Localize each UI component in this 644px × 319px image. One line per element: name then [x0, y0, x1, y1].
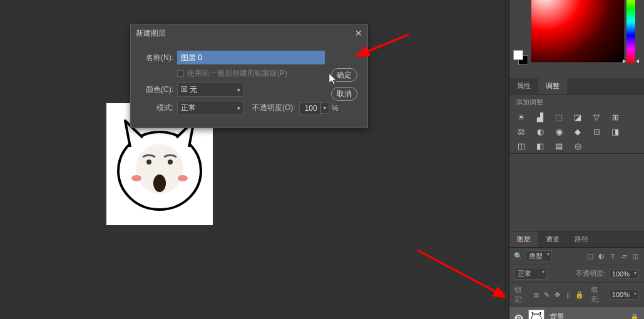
svg-point-3	[168, 160, 173, 165]
clip-mask-label: 使用前一图层创建剪贴蒙版(P)	[187, 68, 287, 79]
layers-panel: 图层 通道 路径 🔍 类型 ▢ ◐ T ▱ ◫ 正常 不透明度: 100% 锁定…	[509, 231, 644, 319]
vibrance-icon[interactable]: ▽	[591, 113, 602, 122]
layer-thumbnail[interactable]	[528, 310, 544, 320]
tab-properties[interactable]: 属性	[509, 78, 538, 94]
close-icon[interactable]: ✕	[355, 28, 362, 38]
layer-name-input[interactable]	[177, 51, 325, 64]
selective-color-icon[interactable]: ◎	[572, 141, 583, 151]
opacity-input[interactable]	[299, 102, 320, 114]
lock-transparent-icon[interactable]: ⊞	[533, 291, 539, 298]
new-layer-dialog: 新建图层 ✕ 名称(N): 使用前一图层创建剪贴蒙版(P) 颜色(C): ☒ 无…	[130, 24, 368, 128]
svg-point-9	[518, 316, 520, 318]
add-adjustment-label: 添加调整	[509, 94, 644, 110]
tab-layers[interactable]: 图层	[509, 231, 538, 247]
dialog-title-bar[interactable]: 新建图层 ✕	[131, 24, 367, 42]
lookup-icon[interactable]: ⊡	[591, 127, 602, 136]
blend-mode-dropdown[interactable]: 正常	[514, 268, 547, 280]
percent-label: %	[332, 104, 339, 113]
threshold-icon[interactable]: ◧	[534, 141, 546, 151]
lock-all-icon[interactable]: 🔒	[576, 291, 583, 298]
clip-mask-checkbox	[177, 70, 184, 77]
svg-point-2	[146, 160, 151, 165]
lock-position-icon[interactable]: ✥	[554, 291, 561, 298]
levels-icon[interactable]: ▟	[534, 113, 546, 122]
fill-label: 填充:	[591, 285, 605, 304]
visibility-eye-icon[interactable]	[514, 313, 523, 320]
channel-mixer-icon[interactable]: ◆	[572, 127, 583, 136]
layer-list: 背景 🔒	[509, 307, 644, 319]
filter-shape-icon[interactable]: ▱	[620, 253, 628, 260]
color-label: 颜色(C):	[138, 84, 173, 95]
layer-item[interactable]: 背景 🔒	[509, 307, 644, 319]
lock-label: 锁定:	[514, 285, 529, 304]
filter-smart-icon[interactable]: ◫	[631, 253, 639, 260]
mode-label: 模式:	[138, 103, 173, 113]
bw-icon[interactable]: ◐	[534, 127, 546, 136]
color-dropdown[interactable]: ☒ 无	[177, 83, 243, 97]
hue-slider-thumb[interactable]	[623, 59, 639, 63]
opacity-label: 不透明度(O):	[252, 103, 295, 113]
color-panel	[509, 0, 644, 78]
lock-pixels-icon[interactable]: ✎	[543, 291, 550, 298]
exposure-icon[interactable]: ◪	[572, 113, 583, 122]
fg-bg-swatch[interactable]	[513, 50, 528, 65]
lock-artboard-icon[interactable]: ▯	[565, 291, 572, 298]
fill-dropdown[interactable]: 100%	[609, 290, 639, 300]
layer-opacity-dropdown[interactable]: 100%	[609, 269, 639, 279]
opacity-chevron-icon[interactable]: ▾	[320, 102, 329, 114]
svg-point-5	[131, 175, 141, 181]
brightness-icon[interactable]: ☀	[516, 113, 527, 122]
filter-image-icon[interactable]: ▢	[586, 253, 594, 260]
tab-channels[interactable]: 通道	[538, 231, 567, 247]
cancel-button[interactable]: 取消	[331, 87, 357, 101]
color-balance-icon[interactable]: ⚖	[516, 127, 527, 136]
posterize-icon[interactable]: ◫	[516, 141, 527, 151]
opacity-label: 不透明度:	[576, 269, 605, 278]
tab-adjustments[interactable]: 调整	[538, 78, 567, 94]
hue-icon[interactable]: ⊞	[610, 113, 621, 122]
search-icon[interactable]: 🔍	[514, 253, 522, 260]
adjustments-grid: ☀ ▟ ⬚ ◪ ▽ ⊞ ⚖ ◐ ◉ ◆ ⊡ ◨ ◫ ◧ ▤ ◎	[509, 110, 644, 153]
color-field[interactable]	[531, 0, 625, 63]
dialog-title: 新建图层	[136, 28, 166, 39]
svg-point-4	[153, 175, 166, 192]
ok-button[interactable]: 确定	[331, 68, 357, 82]
filter-kind-dropdown[interactable]: 类型	[526, 250, 552, 262]
filter-adjust-icon[interactable]: ◐	[598, 253, 605, 260]
gradient-map-icon[interactable]: ▤	[553, 141, 565, 151]
invert-icon[interactable]: ◨	[610, 127, 621, 136]
lock-icon[interactable]: 🔒	[630, 313, 639, 319]
hue-slider[interactable]	[626, 0, 635, 63]
adjustments-panel: 属性 调整 添加调整 ☀ ▟ ⬚ ◪ ▽ ⊞ ⚖ ◐ ◉ ◆ ⊡ ◨ ◫ ◧ ▤…	[509, 78, 644, 153]
right-panels: 属性 调整 添加调整 ☀ ▟ ⬚ ◪ ▽ ⊞ ⚖ ◐ ◉ ◆ ⊡ ◨ ◫ ◧ ▤…	[509, 0, 644, 319]
filter-type-icon[interactable]: T	[609, 253, 616, 260]
tab-paths[interactable]: 路径	[567, 231, 596, 247]
panel-blank	[509, 153, 644, 231]
layer-name[interactable]: 背景	[549, 312, 630, 319]
foreground-swatch[interactable]	[513, 50, 523, 60]
photo-filter-icon[interactable]: ◉	[553, 127, 565, 136]
curves-icon[interactable]: ⬚	[553, 113, 565, 122]
svg-point-6	[178, 175, 188, 181]
name-label: 名称(N):	[138, 53, 173, 63]
mode-dropdown[interactable]: 正常	[177, 101, 243, 115]
